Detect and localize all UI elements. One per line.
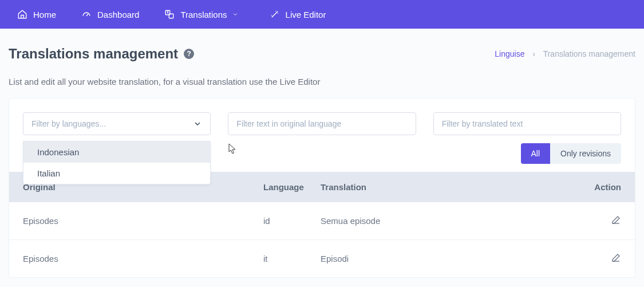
cell-language: id xyxy=(263,216,321,226)
breadcrumb-root[interactable]: Linguise xyxy=(495,49,524,58)
edit-icon xyxy=(611,253,621,263)
translate-icon xyxy=(164,9,175,19)
nav-home[interactable]: Home xyxy=(5,0,69,29)
toggle-all[interactable]: All xyxy=(521,143,551,164)
chevron-down-icon xyxy=(193,119,202,128)
dropdown-item-italian[interactable]: Italian xyxy=(23,163,210,184)
page-header: Translations management ? Linguise › Tra… xyxy=(0,29,644,66)
filter-card: Filter by languages... Indonesian Italia… xyxy=(9,98,635,278)
nav-dashboard[interactable]: Dashboard xyxy=(69,0,152,29)
breadcrumb: Linguise › Translations management xyxy=(495,49,635,58)
filter-original-text[interactable] xyxy=(228,112,416,135)
nav-translations[interactable]: Translations xyxy=(152,0,256,29)
table-row: Episodes it Episodi xyxy=(9,240,635,277)
filter-original-input[interactable] xyxy=(236,119,407,128)
breadcrumb-current: Translations management xyxy=(543,49,635,58)
chevron-down-icon xyxy=(232,11,239,18)
cell-original: Episodes xyxy=(23,216,263,226)
nav-live-editor-label: Live Editor xyxy=(286,10,326,19)
nav-translations-label: Translations xyxy=(180,10,227,19)
toggle-revisions[interactable]: Only revisions xyxy=(550,143,621,164)
cell-translation: Episodi xyxy=(321,254,581,264)
wand-icon xyxy=(270,9,280,19)
cell-language: it xyxy=(263,254,321,264)
edit-icon xyxy=(611,215,621,225)
col-header-translation: Translation xyxy=(321,182,581,192)
table-row: Episodes id Semua episode xyxy=(9,202,635,240)
col-header-action: Action xyxy=(581,182,621,192)
filters-row: Filter by languages... Indonesian Italia… xyxy=(9,99,635,135)
col-header-language: Language xyxy=(263,182,321,192)
edit-button[interactable] xyxy=(581,215,621,227)
page-title-text: Translations management xyxy=(9,46,178,62)
cell-translation: Semua episode xyxy=(321,216,581,226)
nav-live-editor[interactable]: Live Editor xyxy=(257,0,339,29)
filter-languages-placeholder: Filter by languages... xyxy=(31,119,106,128)
help-icon[interactable]: ? xyxy=(184,49,194,59)
dropdown-item-indonesian[interactable]: Indonesian xyxy=(23,141,210,163)
nav-home-label: Home xyxy=(33,10,56,19)
page-title: Translations management ? xyxy=(9,46,194,62)
breadcrumb-sep: › xyxy=(532,49,535,58)
nav-dashboard-label: Dashboard xyxy=(97,10,139,19)
filter-languages[interactable]: Filter by languages... Indonesian Italia… xyxy=(23,112,211,135)
edit-button[interactable] xyxy=(581,253,621,265)
page-subtitle: List and edit all your website translati… xyxy=(0,66,644,98)
language-dropdown: Indonesian Italian xyxy=(23,141,211,184)
filter-translated-input[interactable] xyxy=(442,119,613,128)
home-icon xyxy=(17,9,27,19)
revisions-toggle: All Only revisions xyxy=(521,143,621,164)
cell-original: Episodes xyxy=(23,254,263,264)
filter-translated-text[interactable] xyxy=(433,112,621,135)
top-nav: Home Dashboard Translations Live Editor xyxy=(0,0,644,29)
gauge-icon xyxy=(81,9,92,19)
